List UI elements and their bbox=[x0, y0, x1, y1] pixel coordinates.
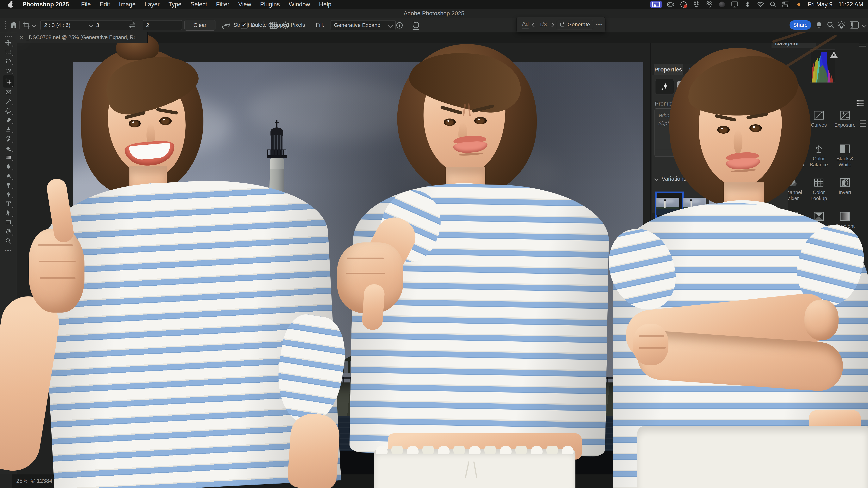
notification-red-dot-icon[interactable] bbox=[680, 1, 687, 8]
info-icon[interactable] bbox=[396, 22, 403, 29]
menu-plugins[interactable]: Plugins bbox=[255, 1, 284, 8]
adjustment-invert[interactable]: Invert bbox=[833, 178, 857, 207]
history-brush-tool[interactable] bbox=[3, 134, 14, 143]
gradient-map-icon bbox=[839, 212, 850, 221]
crop-height-input[interactable]: 2 bbox=[143, 20, 182, 30]
menu-layer[interactable]: Layer bbox=[140, 1, 164, 8]
delete-cropped-pixels-label[interactable]: Delete Cropped Pixels bbox=[251, 22, 305, 28]
adjustment-color-lookup[interactable]: Color Lookup bbox=[807, 178, 830, 207]
control-center-icon[interactable] bbox=[782, 1, 790, 8]
menu-type[interactable]: Type bbox=[164, 1, 186, 8]
window-title: Adobe Photoshop 2025 bbox=[404, 10, 464, 17]
menubar-time[interactable]: 11:22 AM bbox=[838, 1, 863, 8]
frame-tool[interactable] bbox=[3, 88, 14, 97]
home-button[interactable] bbox=[9, 20, 18, 29]
crop-tool-chevron-icon[interactable] bbox=[32, 23, 36, 27]
menu-window[interactable]: Window bbox=[284, 1, 314, 8]
menu-filter[interactable]: Filter bbox=[212, 1, 234, 8]
menu-app-name[interactable]: Photoshop 2025 bbox=[23, 1, 69, 8]
apple-logo-icon[interactable] bbox=[8, 1, 13, 8]
document-tab-title: _DSC0708.nef @ 25% (Generative Expand, R… bbox=[26, 34, 134, 40]
camera-icon[interactable] bbox=[667, 1, 675, 8]
search-icon[interactable] bbox=[827, 21, 835, 29]
blur-tool[interactable] bbox=[3, 162, 14, 171]
histogram-warning-icon[interactable] bbox=[830, 51, 838, 58]
workspace-switcher-icon[interactable] bbox=[849, 21, 859, 29]
move-tool[interactable] bbox=[3, 38, 14, 47]
discover-lightbulb-icon[interactable] bbox=[837, 21, 846, 30]
menu-edit[interactable]: Edit bbox=[95, 1, 114, 8]
delete-cropped-pixels-checkbox[interactable] bbox=[241, 22, 248, 29]
clear-button[interactable]: Clear bbox=[184, 20, 215, 31]
person1-forearm bbox=[287, 413, 341, 488]
crop-tool[interactable] bbox=[3, 75, 14, 88]
fill-label: Fill: bbox=[316, 22, 324, 28]
pen-tool[interactable] bbox=[3, 190, 14, 199]
menu-view[interactable]: View bbox=[234, 1, 256, 8]
gradient-tool[interactable] bbox=[3, 153, 14, 162]
hand-tool[interactable] bbox=[3, 227, 14, 236]
dropbox-outline-icon[interactable] bbox=[705, 1, 713, 8]
straighten-icon[interactable] bbox=[221, 22, 230, 29]
notifications-bell-icon[interactable] bbox=[815, 21, 823, 29]
zoom-level[interactable]: 25% bbox=[16, 478, 28, 484]
sphere-icon[interactable] bbox=[718, 1, 726, 8]
adjustment-color-balance[interactable]: Color Balance bbox=[807, 144, 830, 173]
wifi-icon[interactable] bbox=[756, 1, 764, 8]
color-lookup-icon bbox=[813, 178, 825, 188]
eyedropper-tool[interactable] bbox=[3, 97, 14, 106]
zoom-tool[interactable] bbox=[3, 236, 14, 246]
tab-properties[interactable]: Properties bbox=[654, 64, 683, 75]
document-tab[interactable]: × © _DSC0708.nef @ 25% (Generative Expan… bbox=[17, 32, 148, 42]
menu-help[interactable]: Help bbox=[314, 1, 336, 8]
crop-ratio-select[interactable]: 2 : 3 (4 : 6) bbox=[40, 20, 96, 30]
previous-variation-icon[interactable] bbox=[532, 22, 536, 27]
menu-image[interactable]: Image bbox=[115, 1, 140, 8]
lasso-tool[interactable] bbox=[3, 57, 14, 66]
menu-file[interactable]: File bbox=[76, 1, 95, 8]
task-bar-more-button[interactable]: ••• bbox=[596, 22, 602, 27]
generative-sparkle-button[interactable] bbox=[655, 79, 674, 95]
dropbox-icon[interactable] bbox=[692, 1, 700, 8]
menu-select[interactable]: Select bbox=[186, 1, 212, 8]
path-selection-tool[interactable] bbox=[3, 208, 14, 218]
fill-mode-select[interactable]: Generative Expand bbox=[331, 20, 396, 30]
screen-mirroring-icon[interactable] bbox=[650, 1, 662, 8]
crop-width-input[interactable]: 3 bbox=[93, 20, 132, 30]
rectangle-tool[interactable] bbox=[3, 218, 14, 227]
tools-panel-grip[interactable] bbox=[4, 35, 12, 37]
edit-toolbar-ellipsis-icon[interactable]: ••• bbox=[0, 248, 17, 254]
next-variation-icon[interactable] bbox=[550, 22, 554, 27]
generate-button-label: Generate bbox=[567, 22, 590, 28]
person3-eye bbox=[749, 124, 762, 132]
reset-tool-icon[interactable] bbox=[411, 21, 420, 30]
status-bar-corner bbox=[0, 475, 12, 488]
share-button[interactable]: Share bbox=[789, 20, 811, 30]
add-prompt-field[interactable]: Add a prompt... bbox=[522, 21, 529, 29]
crop-tool-icon[interactable] bbox=[23, 21, 31, 29]
remove-tool[interactable] bbox=[3, 106, 14, 116]
person3-pout-mouth bbox=[725, 152, 759, 172]
dodge-tool[interactable] bbox=[3, 181, 14, 190]
menubar-date[interactable]: Fri May 9 bbox=[808, 1, 833, 8]
brush-tool[interactable] bbox=[3, 116, 14, 125]
variations-collapse-chevron-icon[interactable] bbox=[654, 177, 658, 181]
color-balance-icon bbox=[813, 144, 825, 154]
clone-stamp-tool[interactable] bbox=[3, 125, 14, 134]
marquee-tool[interactable] bbox=[3, 47, 14, 57]
display-icon[interactable] bbox=[731, 1, 739, 8]
type-tool[interactable] bbox=[3, 199, 14, 208]
swap-dimensions-icon[interactable] bbox=[128, 22, 136, 29]
adjustments-list-view-icon[interactable] bbox=[857, 100, 864, 107]
selection-brush-tool[interactable] bbox=[3, 66, 14, 75]
generate-sparkle-icon bbox=[560, 22, 565, 28]
smudge-tool[interactable] bbox=[3, 171, 14, 181]
spotlight-icon[interactable] bbox=[769, 1, 777, 8]
generate-button[interactable]: Generate bbox=[557, 20, 593, 29]
adjustment-exposure[interactable]: Exposure bbox=[833, 110, 857, 139]
options-bar-grip[interactable] bbox=[5, 21, 7, 29]
bluetooth-icon[interactable] bbox=[744, 1, 751, 8]
task-bar-grip[interactable] bbox=[519, 20, 520, 29]
adjustment-black-white[interactable]: Black & White bbox=[833, 144, 857, 173]
eraser-tool[interactable] bbox=[3, 143, 14, 153]
